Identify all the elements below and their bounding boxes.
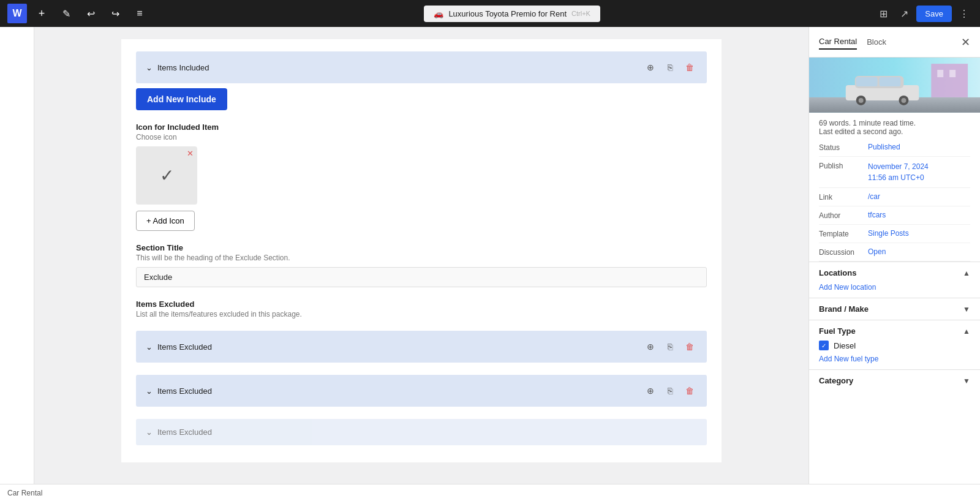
add-fuel-type-link[interactable]: Add New fuel type	[819, 355, 878, 363]
add-new-include-button[interactable]: Add New Include	[136, 88, 227, 110]
move-items-included-button[interactable]: ⊕	[643, 60, 658, 75]
close-sidebar-button[interactable]: ✕	[961, 36, 970, 49]
publish-time: 11:56 am UTC+0	[868, 173, 924, 182]
icon-field-sublabel: Choose icon	[136, 133, 707, 141]
template-value[interactable]: Single Posts	[868, 229, 909, 238]
right-sidebar-tabs: Car Rental Block	[819, 34, 896, 50]
edit-button[interactable]: ✎	[56, 4, 76, 23]
remove-icon-button[interactable]: ✕	[187, 149, 194, 158]
car-image	[809, 58, 980, 113]
more-options-button[interactable]: ⋮	[956, 5, 973, 22]
undo-button[interactable]: ↩	[81, 4, 100, 23]
delete-items-included-button[interactable]: 🗑	[682, 60, 697, 75]
add-location-link[interactable]: Add New location	[819, 283, 876, 292]
link-label: Link	[819, 192, 868, 202]
author-label: Author	[819, 211, 868, 220]
fuel-type-chevron-icon: ▲	[963, 327, 970, 336]
left-sidebar	[0, 27, 34, 484]
collapse-chevron-icon-excluded1[interactable]: ⌄	[146, 342, 153, 352]
fuel-type-content: ✓ Diesel Add New fuel type	[819, 336, 970, 363]
items-excluded-block-2-left: ⌄ Items Excluded	[146, 386, 212, 396]
section-title-field-group: Section Title This will be the heading o…	[136, 243, 707, 287]
add-icon-button[interactable]: + Add Icon	[136, 211, 195, 231]
tab-block[interactable]: Block	[867, 34, 886, 50]
preview-title: Luxurious Toyota Premio for Rent	[448, 9, 567, 18]
link-field-row: Link /car	[819, 188, 970, 206]
fuel-type-section: Fuel Type ▲ ✓ Diesel Add New fuel type	[809, 320, 980, 369]
diesel-checkbox-row: ✓ Diesel	[819, 341, 970, 350]
collapse-chevron-icon[interactable]: ⌄	[146, 63, 153, 72]
items-excluded-field-group: Items Excluded List all the items/featur…	[136, 299, 707, 318]
locations-section-header[interactable]: Locations ▲	[819, 268, 970, 277]
locations-chevron-icon: ▲	[963, 269, 970, 277]
preview-button[interactable]: 🚗 Luxurious Toyota Premio for Rent Ctrl+…	[424, 6, 600, 22]
list-view-button[interactable]: ≡	[130, 4, 149, 23]
tab-car-rental[interactable]: Car Rental	[819, 34, 857, 50]
icon-preview-area: ✕ ✓ + Add Icon	[136, 146, 707, 231]
category-chevron-icon: ▼	[963, 377, 970, 385]
copy-items-included-button[interactable]: ⎘	[663, 60, 677, 75]
svg-rect-9	[880, 77, 901, 86]
items-included-left: ⌄ Items Included	[146, 63, 209, 72]
template-label: Template	[819, 229, 868, 238]
icon-field-group: Icon for Included Item Choose icon ✕ ✓ +…	[136, 122, 707, 231]
editor-area: ⌄ Items Included ⊕ ⎘ 🗑 Add New Include I…	[34, 27, 809, 484]
wp-logo-text: W	[12, 8, 21, 19]
move-excluded-2-button[interactable]: ⊕	[643, 383, 658, 398]
template-field-row: Template Single Posts	[819, 225, 970, 243]
external-link-button[interactable]: ↗	[895, 5, 913, 22]
category-section: Category ▼	[809, 369, 980, 391]
delete-excluded-1-button[interactable]: 🗑	[682, 339, 697, 354]
section-title-sublabel: This will be the heading of the Exclude …	[136, 254, 707, 262]
link-value[interactable]: /car	[868, 192, 880, 201]
copy-excluded-2-button[interactable]: ⎘	[663, 383, 677, 398]
items-excluded-block-2-title: Items Excluded	[157, 386, 212, 396]
collapse-chevron-icon-excluded2[interactable]: ⌄	[146, 386, 153, 396]
redo-button[interactable]: ↪	[105, 4, 125, 23]
author-field-row: Author tfcars	[819, 206, 970, 225]
toolbar-center: 🚗 Luxurious Toyota Premio for Rent Ctrl+…	[154, 6, 870, 22]
icon-preview-box: ✕ ✓	[136, 146, 197, 205]
fuel-type-section-header[interactable]: Fuel Type ▲	[819, 326, 970, 336]
items-excluded-block-1-actions: ⊕ ⎘ 🗑	[643, 339, 697, 354]
toolbar: W + ✎ ↩ ↪ ≡ 🚗 Luxurious Toyota Premio fo…	[0, 0, 980, 27]
discussion-value[interactable]: Open	[868, 247, 886, 256]
car-image-svg	[809, 58, 980, 113]
publish-value[interactable]: November 7, 2024 11:56 am UTC+0	[868, 161, 929, 183]
sidebar-fields: Status Published Publish November 7, 202…	[809, 138, 980, 262]
publish-field-row: Publish November 7, 2024 11:56 am UTC+0	[819, 157, 970, 188]
author-value[interactable]: tfcars	[868, 211, 886, 219]
discussion-label: Discussion	[819, 247, 868, 257]
brand-make-section: Brand / Make ▼	[809, 298, 980, 320]
items-excluded-block-3-title: Items Excluded	[157, 428, 212, 437]
status-label: Status	[819, 143, 868, 152]
delete-excluded-2-button[interactable]: 🗑	[682, 383, 697, 398]
category-section-header[interactable]: Category ▼	[819, 376, 970, 385]
items-excluded-block-2: ⌄ Items Excluded ⊕ ⎘ 🗑	[136, 375, 707, 407]
section-title-input[interactable]	[136, 267, 707, 287]
publish-label: Publish	[819, 161, 868, 170]
view-button[interactable]: ⊞	[875, 5, 892, 22]
brand-make-section-header[interactable]: Brand / Make ▼	[819, 304, 970, 314]
sidebar-meta: 69 words. 1 minute read time. Last edite…	[809, 113, 980, 138]
locations-title: Locations	[819, 268, 856, 277]
right-sidebar-header: Car Rental Block ✕	[809, 27, 980, 58]
move-excluded-1-button[interactable]: ⊕	[643, 339, 658, 354]
preview-shortcut: Ctrl+K	[571, 10, 590, 17]
wp-logo[interactable]: W	[7, 4, 27, 23]
items-excluded-block-3-left: ⌄ Items Excluded	[146, 428, 212, 437]
diesel-checkbox[interactable]: ✓	[819, 341, 829, 350]
collapse-chevron-icon-excluded3[interactable]: ⌄	[146, 428, 153, 437]
save-button[interactable]: Save	[916, 6, 952, 22]
copy-excluded-1-button[interactable]: ⎘	[663, 339, 677, 354]
svg-rect-10	[931, 64, 968, 97]
category-title: Category	[819, 376, 853, 385]
fuel-type-title: Fuel Type	[819, 326, 856, 336]
editor-content: ⌄ Items Included ⊕ ⎘ 🗑 Add New Include I…	[121, 39, 722, 462]
items-excluded-block-1: ⌄ Items Excluded ⊕ ⎘ 🗑	[136, 331, 707, 363]
svg-rect-12	[949, 70, 956, 77]
add-block-button[interactable]: +	[32, 4, 51, 23]
checkmark-icon: ✓	[160, 165, 174, 186]
main-layout: ⌄ Items Included ⊕ ⎘ 🗑 Add New Include I…	[0, 27, 980, 484]
status-value[interactable]: Published	[868, 143, 900, 151]
